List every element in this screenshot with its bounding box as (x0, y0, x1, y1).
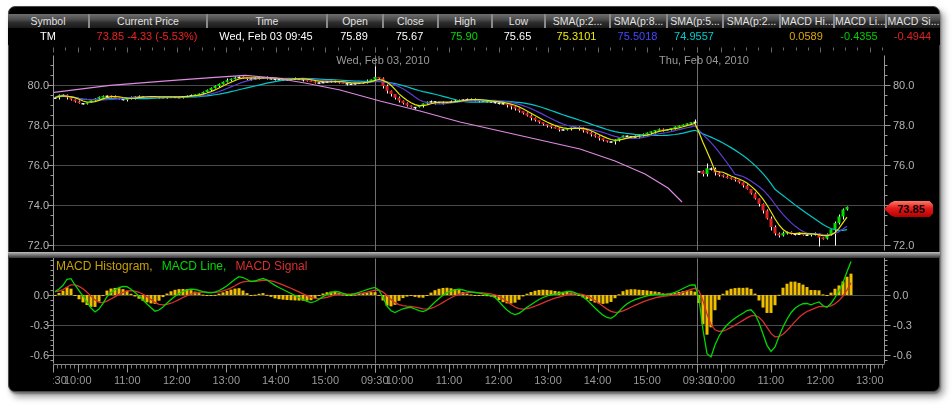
quote-column-header-symbol[interactable]: Symbol (8, 14, 88, 28)
price-macd-chart-canvas[interactable] (0, 0, 952, 411)
panel-splitter[interactable] (8, 252, 940, 258)
quote-column-header-sma-2[interactable]: SMA(p:8... (609, 14, 666, 28)
quote-column-header-macd-hist[interactable]: MACD Hi... (779, 14, 833, 28)
quote-column-header-close[interactable]: Close (382, 14, 437, 28)
last-price-tag: 73.85 (884, 201, 933, 217)
quote-column-header-low[interactable]: Low (491, 14, 544, 28)
quote-value-sma-2: 75.5018 (609, 28, 666, 45)
quote-value-high: 75.90 (437, 28, 491, 45)
session-date-label-wed: Wed, Feb 03, 2010 (336, 54, 429, 66)
quote-column-header-macd-line[interactable]: MACD Li... (833, 14, 885, 28)
quote-value-macd-line: -0.4355 (833, 28, 885, 45)
quote-column-header-sma-4[interactable]: SMA(p:2... (722, 14, 779, 28)
last-price-tag-value: 73.85 (897, 203, 925, 215)
quote-table: SymbolCurrent PriceTimeOpenCloseHighLowS… (8, 14, 940, 45)
quote-column-header-time[interactable]: Time (206, 14, 326, 28)
quote-column-header-sma-1[interactable]: SMA(p:2... (544, 14, 609, 28)
quote-value-close: 75.67 (382, 28, 437, 45)
quote-value-macd-signal: -0.4944 (885, 28, 940, 45)
quote-value-sma-1: 75.3101 (544, 28, 609, 45)
quote-value-open: 75.89 (326, 28, 382, 45)
quote-value-macd-hist: 0.0589 (779, 28, 833, 45)
macd-histogram-legend-label: MACD Histogram, (56, 259, 153, 273)
quote-column-header-current-price[interactable]: Current Price (88, 14, 206, 28)
macd-line-legend-label: MACD Line, (162, 259, 227, 273)
quote-header-row: SymbolCurrent PriceTimeOpenCloseHighLowS… (8, 14, 940, 28)
quote-value-sma-4 (722, 28, 779, 45)
quote-value-low: 75.65 (491, 28, 544, 45)
macd-legend: MACD Histogram,MACD Line,MACD Signal (56, 259, 316, 273)
quote-value-symbol: TM (8, 28, 88, 45)
quote-column-header-open[interactable]: Open (326, 14, 382, 28)
page-background: SymbolCurrent PriceTimeOpenCloseHighLowS… (0, 0, 952, 411)
quote-column-header-macd-signal[interactable]: MACD Si... (885, 14, 940, 28)
quote-value-row: TM73.85 -4.33 (-5.53%)Wed, Feb 03 09:457… (8, 28, 940, 45)
session-date-label-thu: Thu, Feb 04, 2010 (659, 54, 749, 66)
quote-column-header-sma-3[interactable]: SMA(p:5... (666, 14, 722, 28)
quote-value-sma-3: 74.9557 (666, 28, 722, 45)
quote-value-time: Wed, Feb 03 09:45 (206, 28, 326, 45)
macd-signal-legend-label: MACD Signal (235, 259, 307, 273)
quote-column-header-high[interactable]: High (437, 14, 491, 28)
quote-value-current-price: 73.85 -4.33 (-5.53%) (88, 28, 206, 45)
